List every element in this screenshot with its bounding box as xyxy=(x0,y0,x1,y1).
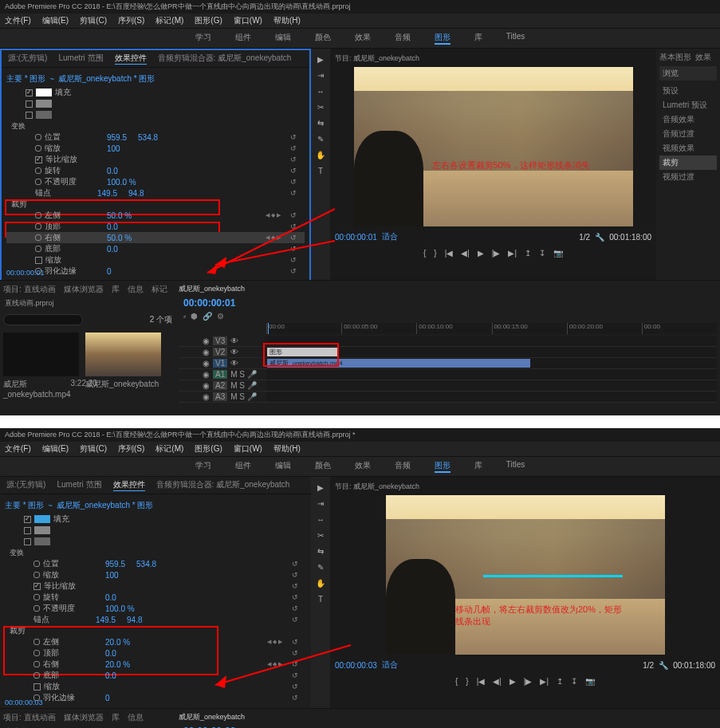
menu-marker[interactable]: 标记(M) xyxy=(155,15,183,26)
track-toggle-icon[interactable]: ◉ xyxy=(203,392,210,401)
menu-sequence[interactable]: 序列(S) xyxy=(118,443,144,455)
fx-audio-trans[interactable]: 音频过渡 xyxy=(659,127,717,141)
go-start-icon[interactable]: |◀ xyxy=(477,677,486,686)
timeline-tab[interactable]: 威尼斯_onekeybatch xyxy=(179,284,245,294)
ws-color[interactable]: 颜色 xyxy=(315,460,331,473)
tab-source[interactable]: 源:(无剪辑) xyxy=(8,53,47,65)
reset-icon[interactable]: ↺ xyxy=(292,560,298,568)
reset-icon[interactable]: ↺ xyxy=(292,683,298,691)
stopwatch-icon[interactable] xyxy=(33,594,40,600)
menu-marker[interactable]: 标记(M) xyxy=(155,443,183,455)
ws-graphics[interactable]: 图形 xyxy=(435,460,450,473)
fx-audio-effects[interactable]: 音频效果 xyxy=(659,112,717,127)
stopwatch-icon[interactable] xyxy=(35,179,41,185)
stopwatch-icon[interactable] xyxy=(33,561,40,567)
ws-library[interactable]: 库 xyxy=(474,460,482,473)
reset-icon[interactable]: ↺ xyxy=(292,638,298,646)
ripple-tool-icon[interactable]: ↔ xyxy=(315,87,326,98)
ws-titles[interactable]: Titles xyxy=(506,32,525,45)
opacity-value[interactable]: 100.0 % xyxy=(105,604,135,613)
lift-icon[interactable]: ↥ xyxy=(525,249,531,258)
tab-source[interactable]: 源:(无剪辑) xyxy=(6,479,45,491)
tab-project[interactable]: 项目: 直线动画 xyxy=(3,284,56,295)
track-label[interactable]: A2 xyxy=(213,381,227,390)
extract-icon[interactable]: ↧ xyxy=(571,677,577,686)
ws-audio[interactable]: 音频 xyxy=(395,460,411,473)
step-fwd-icon[interactable]: |▶ xyxy=(524,677,533,686)
go-start-icon[interactable]: |◀ xyxy=(445,249,454,258)
go-end-icon[interactable]: ▶| xyxy=(540,677,549,686)
stopwatch-icon[interactable] xyxy=(33,572,40,578)
position-x[interactable]: 959.5 xyxy=(105,560,125,569)
reset-icon[interactable]: ↺ xyxy=(292,616,298,624)
reset-icon[interactable]: ↺ xyxy=(292,604,298,612)
ec-timecode[interactable]: 00:00:00:03 xyxy=(5,698,43,706)
reset-icon[interactable]: ↺ xyxy=(290,167,297,175)
fx-toggle[interactable] xyxy=(24,527,31,534)
track-label[interactable]: A3 xyxy=(213,392,227,401)
workspace-bar[interactable]: 学习 组件 编辑 颜色 效果 音频 图形 库 Titles xyxy=(0,457,720,477)
reset-icon[interactable]: ↺ xyxy=(290,222,297,230)
track-label[interactable]: V1 xyxy=(213,359,227,368)
keyframe-nav[interactable]: ◀ ◆ ▶ xyxy=(266,212,281,218)
ws-edit[interactable]: 编辑 xyxy=(275,460,291,473)
reset-icon[interactable]: ↺ xyxy=(292,649,298,657)
tab-lumetri[interactable]: Lumetri 范围 xyxy=(58,53,103,65)
menu-graphics[interactable]: 图形(G) xyxy=(195,443,222,455)
keyframe-nav[interactable]: ◀ ◆ ▶ xyxy=(266,234,281,241)
tab-effects[interactable]: 效果 xyxy=(695,53,711,61)
go-end-icon[interactable]: ▶| xyxy=(508,249,517,258)
tab-info[interactable]: 信息 xyxy=(128,284,144,295)
ws-color[interactable]: 颜色 xyxy=(315,32,331,45)
stopwatch-icon[interactable] xyxy=(35,167,41,174)
fill-color-swatch[interactable] xyxy=(34,515,50,523)
stopwatch-icon[interactable] xyxy=(35,223,41,230)
tab-info[interactable]: 信息 xyxy=(128,712,144,723)
menu-help[interactable]: 帮助(H) xyxy=(273,15,301,26)
uniform-scale-checkbox[interactable] xyxy=(33,583,41,590)
track-label[interactable]: V3 xyxy=(213,336,227,345)
play-icon[interactable]: ▶ xyxy=(478,249,484,258)
fx-toggle[interactable] xyxy=(26,89,33,96)
mark-out-icon[interactable]: } xyxy=(434,249,436,258)
selection-tool-icon[interactable]: ▶ xyxy=(315,55,326,66)
monitor-fit-dropdown[interactable]: 适合 xyxy=(382,231,398,242)
position-y[interactable]: 534.8 xyxy=(136,560,156,569)
razor-tool-icon[interactable]: ✂ xyxy=(315,103,326,114)
tab-library[interactable]: 库 xyxy=(112,712,120,723)
ws-effects[interactable]: 效果 xyxy=(355,32,371,45)
type-tool-icon[interactable]: T xyxy=(315,595,326,606)
export-frame-icon[interactable]: 📷 xyxy=(585,677,595,686)
ws-audio[interactable]: 音频 xyxy=(395,32,411,45)
reset-icon[interactable]: ↺ xyxy=(290,267,297,275)
reset-icon[interactable]: ↺ xyxy=(290,211,297,219)
menu-clip[interactable]: 剪辑(C) xyxy=(80,443,107,455)
export-frame-icon[interactable]: 📷 xyxy=(553,249,563,258)
stopwatch-icon[interactable] xyxy=(33,661,40,667)
position-y[interactable]: 534.8 xyxy=(138,133,158,142)
crop-right-value[interactable]: 20.0 % xyxy=(105,660,130,669)
fx-lumetri[interactable]: Lumetri 预设 xyxy=(659,98,717,112)
timeline-timecode[interactable]: 00:00:00:01 xyxy=(183,297,712,309)
stopwatch-icon[interactable] xyxy=(35,212,41,218)
timeline-ruler[interactable]: 00:00 00:00:05:00 00:00:10:00 00:00:15:0… xyxy=(266,323,717,334)
fill-color-swatch[interactable] xyxy=(36,89,52,96)
timeline-clip-video[interactable]: 威尼斯_onekeybatch.mp4 xyxy=(267,359,530,368)
reset-icon[interactable]: ↺ xyxy=(292,694,298,702)
play-icon[interactable]: ▶ xyxy=(510,677,516,686)
menu-window[interactable]: 窗口(W) xyxy=(234,15,262,26)
monitor-tc-left[interactable]: 00:00:00:03 xyxy=(335,661,377,670)
project-item[interactable]: 威尼斯_onekeybatch.mp43:22:20 xyxy=(3,333,79,399)
project-search-input[interactable] xyxy=(3,314,83,325)
mark-out-icon[interactable]: } xyxy=(466,677,468,686)
reset-icon[interactable]: ↺ xyxy=(290,133,297,141)
scale-value[interactable]: 100 xyxy=(105,571,119,580)
step-back-icon[interactable]: ◀| xyxy=(493,677,502,686)
hand-tool-icon[interactable]: ✋ xyxy=(315,579,326,590)
zoom-checkbox[interactable] xyxy=(35,257,42,264)
feather-value[interactable]: 0 xyxy=(107,267,112,276)
timeline-clip-graphic[interactable]: 图形 xyxy=(267,348,339,356)
tab-media-browser[interactable]: 媒体浏览器 xyxy=(64,712,104,723)
tab-lumetri[interactable]: Lumetri 范围 xyxy=(57,479,101,491)
stopwatch-icon[interactable] xyxy=(33,650,40,656)
